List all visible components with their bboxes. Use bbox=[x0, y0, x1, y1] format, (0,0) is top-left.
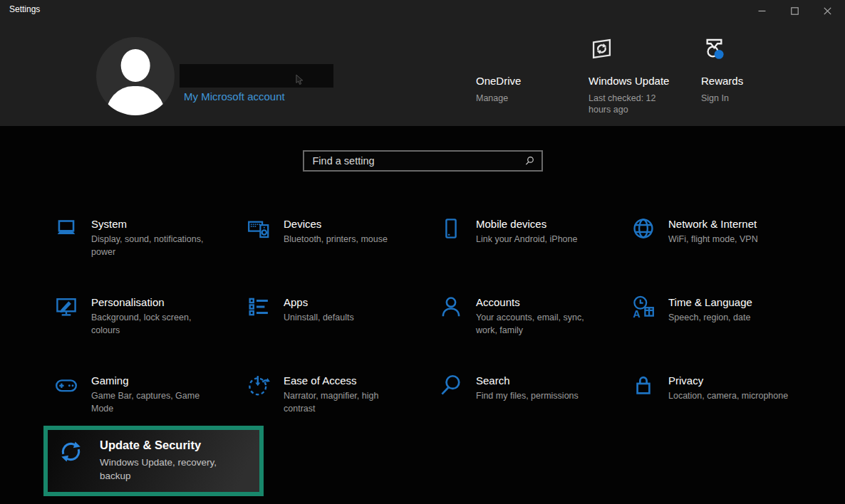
onedrive-cloud-icon bbox=[476, 36, 502, 62]
settings-window: Settings My Microsoft account bbox=[0, 0, 845, 504]
time-language-icon: A bbox=[631, 294, 656, 320]
category-title: Ease of Access bbox=[284, 374, 406, 387]
redacted-username bbox=[180, 64, 333, 88]
category-title: Mobile devices bbox=[476, 217, 577, 231]
accounts-icon bbox=[438, 294, 464, 320]
category-subtitle: Background, lock screen, colours bbox=[91, 312, 214, 337]
close-button[interactable] bbox=[811, 0, 844, 21]
category-subtitle: Bluetooth, printers, mouse bbox=[284, 233, 388, 246]
category-text: Accounts Your accounts, email, sync, wor… bbox=[476, 292, 598, 337]
category-subtitle: Speech, region, date bbox=[668, 312, 752, 325]
rewards-medal-icon bbox=[701, 36, 792, 63]
avatar-body bbox=[105, 86, 165, 115]
maximize-icon bbox=[791, 7, 799, 15]
time-language-icon: A bbox=[631, 294, 656, 320]
quick-item[interactable]: Rewards Sign In bbox=[701, 36, 792, 115]
category-tile[interactable]: Search Find my files, permissions bbox=[438, 370, 631, 448]
maximize-button[interactable] bbox=[778, 0, 811, 21]
category-tile[interactable]: Devices Bluetooth, printers, mouse bbox=[246, 214, 438, 292]
category-tile[interactable]: A Time & Language Speech, region, date bbox=[631, 292, 823, 370]
mouse-cursor-icon bbox=[296, 74, 304, 86]
ease-of-access-icon bbox=[246, 372, 271, 398]
quick-item-subtitle: Last checked: 12 hours ago bbox=[589, 93, 665, 115]
category-text: Apps Uninstall, defaults bbox=[284, 292, 354, 325]
accounts-icon bbox=[438, 294, 464, 320]
personalisation-icon bbox=[53, 294, 79, 320]
rewards-medal-icon bbox=[701, 36, 727, 62]
apps-icon bbox=[246, 294, 271, 320]
microsoft-account-link[interactable]: My Microsoft account bbox=[184, 90, 285, 103]
privacy-lock-icon bbox=[631, 372, 656, 398]
category-tile-update-security[interactable]: Update & Security Windows Update, recove… bbox=[43, 426, 264, 496]
avatar-head bbox=[121, 49, 150, 82]
window-controls bbox=[745, 0, 844, 21]
network-globe-icon bbox=[631, 216, 656, 241]
minimize-button[interactable] bbox=[745, 0, 778, 21]
category-tile[interactable]: Accounts Your accounts, email, sync, wor… bbox=[438, 292, 631, 370]
search-box bbox=[303, 150, 543, 172]
category-tile[interactable]: Apps Uninstall, defaults bbox=[246, 292, 438, 370]
devices-icon bbox=[246, 216, 271, 241]
category-subtitle: Find my files, permissions bbox=[476, 390, 579, 403]
search-icon[interactable] bbox=[524, 156, 535, 167]
search-input[interactable] bbox=[304, 152, 541, 170]
quick-item[interactable]: OneDrive Manage bbox=[476, 36, 567, 115]
quick-item-subtitle: Manage bbox=[476, 93, 553, 104]
search-category-icon bbox=[438, 372, 464, 398]
quick-item[interactable]: Windows Update Last checked: 12 hours ag… bbox=[589, 36, 680, 115]
update-security-icon bbox=[58, 439, 84, 465]
category-subtitle: Display, sound, notifications, power bbox=[91, 233, 214, 258]
devices-icon bbox=[246, 216, 271, 241]
category-tile[interactable]: Ease of Access Narrator, magnifier, high… bbox=[246, 370, 438, 448]
apps-icon bbox=[246, 294, 271, 320]
category-subtitle: Link your Android, iPhone bbox=[476, 233, 577, 246]
category-tile[interactable]: System Display, sound, notifications, po… bbox=[53, 214, 246, 292]
category-tile[interactable]: Personalisation Background, lock screen,… bbox=[53, 292, 246, 370]
category-title: Gaming bbox=[91, 374, 214, 387]
system-icon bbox=[53, 216, 79, 241]
category-subtitle: Location, camera, microphone bbox=[668, 390, 788, 403]
category-text: Devices Bluetooth, printers, mouse bbox=[284, 214, 388, 246]
header-panel: Settings My Microsoft account bbox=[0, 0, 845, 126]
windows-update-badge-icon bbox=[589, 36, 615, 62]
search-category-icon bbox=[438, 372, 464, 398]
category-tile[interactable]: Mobile devices Link your Android, iPhone bbox=[438, 214, 631, 292]
mobile-devices-icon bbox=[438, 216, 464, 241]
quick-item-subtitle: Sign In bbox=[701, 93, 778, 104]
minimize-icon bbox=[758, 7, 766, 15]
category-subtitle: Windows Update, recovery, backup bbox=[100, 456, 229, 483]
category-title: Accounts bbox=[476, 295, 598, 309]
mobile-devices-icon bbox=[438, 216, 464, 241]
privacy-lock-icon bbox=[631, 372, 656, 398]
avatar bbox=[96, 37, 175, 115]
quick-item-title: Rewards bbox=[701, 74, 792, 88]
search-row bbox=[0, 150, 845, 172]
category-subtitle: Uninstall, defaults bbox=[284, 312, 354, 325]
category-title: Apps bbox=[284, 295, 354, 309]
quick-item-title: OneDrive bbox=[476, 74, 567, 88]
category-text: Search Find my files, permissions bbox=[476, 370, 579, 403]
personalisation-icon bbox=[53, 294, 79, 320]
category-subtitle: Game Bar, captures, Game Mode bbox=[91, 390, 214, 415]
window-title: Settings bbox=[9, 4, 40, 14]
quick-items: OneDrive Manage Windows Update Last chec… bbox=[476, 36, 814, 115]
category-title: Search bbox=[476, 374, 579, 387]
network-globe-icon bbox=[631, 216, 656, 241]
category-text: Network & Internet WiFi, flight mode, VP… bbox=[668, 214, 758, 246]
category-subtitle: Narrator, magnifier, high contrast bbox=[284, 390, 406, 415]
onedrive-cloud-icon bbox=[476, 36, 567, 63]
category-text: Personalisation Background, lock screen,… bbox=[91, 292, 214, 337]
category-text: Time & Language Speech, region, date bbox=[668, 292, 752, 325]
category-title: Network & Internet bbox=[668, 217, 758, 231]
category-text: Gaming Game Bar, captures, Game Mode bbox=[91, 370, 214, 415]
category-title: Privacy bbox=[668, 374, 788, 387]
category-tile[interactable]: Network & Internet WiFi, flight mode, VP… bbox=[631, 214, 823, 292]
category-tile[interactable]: Privacy Location, camera, microphone bbox=[631, 370, 823, 448]
category-title: Personalisation bbox=[91, 295, 214, 309]
settings-grid: System Display, sound, notifications, po… bbox=[53, 214, 823, 448]
close-icon bbox=[824, 7, 831, 15]
svg-text:A: A bbox=[633, 308, 641, 320]
category-text: Ease of Access Narrator, magnifier, high… bbox=[284, 370, 406, 415]
category-title: Time & Language bbox=[668, 295, 752, 309]
category-text: Mobile devices Link your Android, iPhone bbox=[476, 214, 577, 246]
